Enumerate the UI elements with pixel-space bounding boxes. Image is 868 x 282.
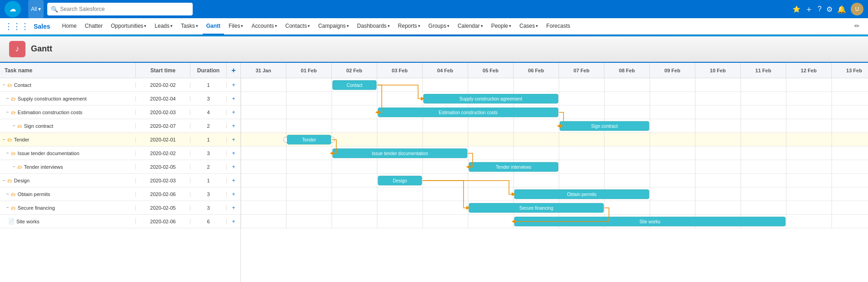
folder-icon: 🗁 — [7, 178, 12, 183]
menu-people[interactable]: People ▾ — [488, 18, 515, 35]
expand-icon[interactable]: − — [6, 96, 9, 101]
expand-icon[interactable]: − — [6, 191, 9, 196]
menu-calendar[interactable]: Calendar ▾ — [454, 18, 487, 35]
menu-leads[interactable]: Leads ▾ — [151, 18, 176, 35]
favorites-icon[interactable]: ⭐ — [793, 5, 800, 13]
menu-chatter[interactable]: Chatter — [81, 18, 106, 35]
task-row: − 🗁 Issue tender documentation 2020-02-0… — [0, 146, 240, 160]
folder-icon: 🗁 — [11, 191, 16, 197]
menu-accounts[interactable]: Accounts ▾ — [248, 18, 280, 35]
expand-icon[interactable]: − — [13, 123, 15, 128]
gantt-container: Task name Start time Duration + − 🗁 Cont… — [0, 62, 868, 282]
expand-icon[interactable]: − — [6, 151, 9, 156]
task-duration: 3 — [190, 191, 227, 197]
expand-icon[interactable]: − — [6, 205, 9, 210]
left-panel: Task name Start time Duration + − 🗁 Cont… — [0, 63, 241, 282]
edit-nav-icon[interactable]: ✏ — [851, 18, 863, 35]
menu-opportunities[interactable]: Opportunities ▾ — [107, 18, 150, 35]
page-icon: ♪ — [9, 41, 25, 57]
folder-icon: 🗁 — [7, 137, 12, 142]
chevron-down-icon: ▾ — [418, 24, 420, 28]
add-task-button[interactable]: + — [227, 109, 240, 116]
add-task-button[interactable]: + — [227, 123, 240, 129]
avatar[interactable]: U — [851, 3, 863, 15]
app-launcher-icon[interactable]: ⋮⋮⋮ — [5, 21, 29, 31]
menu-forecasts[interactable]: Forecasts — [543, 18, 574, 35]
chevron-down-icon: ▾ — [196, 24, 198, 28]
add-task-button[interactable]: + — [227, 96, 240, 102]
topbar-icons: ⭐ ＋ ? ⚙ 🔔 U — [793, 3, 863, 15]
task-start: 2020-02-06 — [136, 219, 190, 224]
chevron-down-icon: ▾ — [38, 6, 41, 12]
task-list: − 🗁 Contact 2020-02-02 1 + − 🗁 Supply co… — [0, 78, 240, 282]
expand-icon[interactable]: − — [3, 82, 5, 87]
menu-dashboards[interactable]: Dashboards ▾ — [354, 18, 394, 35]
right-panel: 31 Jan01 Feb02 Feb03 Feb04 Feb05 Feb06 F… — [241, 63, 868, 282]
task-duration: 1 — [190, 178, 227, 183]
menu-contacts[interactable]: Contacts ▾ — [282, 18, 314, 35]
add-task-button[interactable]: + — [227, 82, 240, 88]
app-name: Sales — [34, 23, 50, 30]
notifications-icon[interactable]: 🔔 — [837, 5, 846, 14]
folder-icon: 🗁 — [11, 96, 16, 101]
settings-icon[interactable]: ⚙ — [826, 5, 833, 14]
add-task-button[interactable]: + — [227, 205, 240, 211]
menu-tasks[interactable]: Tasks ▾ — [177, 18, 202, 35]
help-icon[interactable]: ? — [818, 5, 822, 13]
chevron-down-icon: ▾ — [388, 24, 390, 28]
expand-icon[interactable]: − — [6, 110, 9, 115]
add-task-button[interactable]: + — [227, 177, 240, 184]
search-bar[interactable]: 🔍 — [47, 3, 193, 15]
folder-icon: 🗁 — [7, 82, 12, 88]
folder-icon: 🗁 — [11, 151, 16, 156]
search-input[interactable] — [60, 6, 189, 12]
task-row: − 🗁 Tender interviews 2020-02-05 2 + — [0, 160, 240, 174]
menu-home[interactable]: Home — [59, 18, 80, 35]
salesforce-logo: ☁ — [5, 1, 21, 17]
add-task-button[interactable]: + — [227, 218, 240, 225]
task-duration: 3 — [190, 96, 227, 101]
menu-groups[interactable]: Groups ▾ — [425, 18, 453, 35]
task-label: Secure financing — [18, 205, 55, 211]
expand-icon[interactable]: − — [3, 137, 5, 142]
add-icon[interactable]: ＋ — [805, 4, 813, 15]
search-filter-dropdown[interactable]: All ▾ — [28, 0, 44, 18]
gantt-row — [241, 174, 868, 187]
chevron-down-icon: ▾ — [536, 24, 538, 28]
task-label: Tender — [14, 137, 30, 142]
expand-icon[interactable]: − — [13, 164, 15, 169]
task-label: Tender interviews — [24, 164, 63, 170]
task-label: Obtain permits — [18, 191, 50, 197]
gantt-row — [241, 119, 868, 133]
task-name-cell: − 🗁 Secure financing — [0, 205, 136, 211]
task-row: − 🗁 Obtain permits 2020-02-06 3 + — [0, 187, 240, 201]
task-start: 2020-02-01 — [136, 137, 190, 142]
folder-icon: 🗁 — [17, 123, 22, 129]
menu-reports[interactable]: Reports ▾ — [394, 18, 424, 35]
add-task-button[interactable]: + — [227, 136, 240, 143]
top-navigation-bar: ☁ All ▾ 🔍 ⭐ ＋ ? ⚙ 🔔 U — [0, 0, 868, 18]
chevron-down-icon: ▾ — [170, 24, 173, 28]
task-start: 2020-02-07 — [136, 123, 190, 129]
task-name-cell: − 🗁 Estimation construction costs — [0, 110, 136, 115]
add-task-button[interactable]: + — [227, 164, 240, 170]
menu-gantt[interactable]: Gantt — [203, 18, 224, 35]
task-row: − 🗁 Estimation construction costs 2020-0… — [0, 106, 240, 119]
add-task-button[interactable]: + — [227, 150, 240, 156]
task-name-cell: − 🗁 Obtain permits — [0, 191, 136, 197]
menu-bar: ⋮⋮⋮ Sales Home Chatter Opportunities ▾ L… — [0, 18, 868, 35]
date-header: 04 Feb — [423, 63, 468, 78]
task-duration: 3 — [190, 205, 227, 211]
menu-files[interactable]: Files ▾ — [225, 18, 247, 35]
chevron-down-icon: ▾ — [481, 24, 483, 28]
task-label: Sign contract — [24, 123, 53, 129]
task-name-cell: − 🗁 Design — [0, 178, 136, 183]
date-header: 08 Feb — [604, 63, 650, 78]
gantt-row — [241, 160, 868, 174]
add-task-button[interactable]: + — [227, 191, 240, 197]
timeline-header: 31 Jan01 Feb02 Feb03 Feb04 Feb05 Feb06 F… — [241, 63, 868, 78]
menu-campaigns[interactable]: Campaigns ▾ — [314, 18, 353, 35]
expand-icon[interactable]: − — [3, 178, 5, 183]
menu-cases[interactable]: Cases ▾ — [516, 18, 542, 35]
chevron-down-icon: ▾ — [347, 24, 349, 28]
